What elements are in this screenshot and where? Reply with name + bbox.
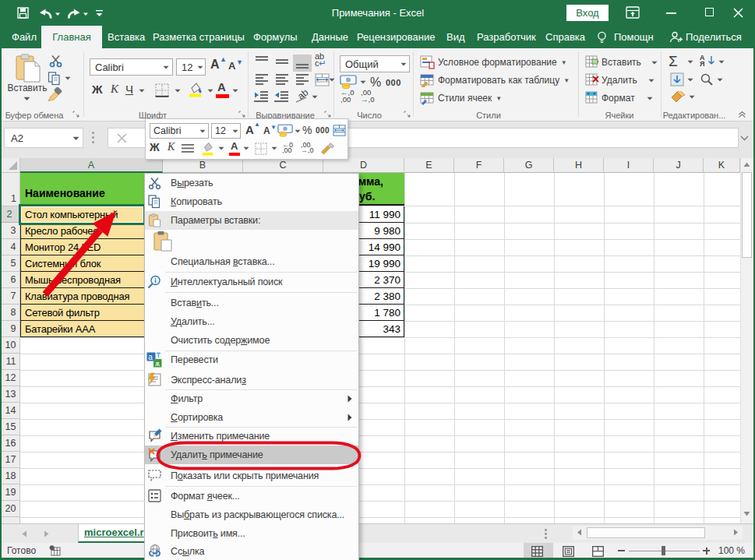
svg-text:ѫ: ѫ [155, 360, 160, 368]
svg-text:a: a [148, 353, 153, 361]
